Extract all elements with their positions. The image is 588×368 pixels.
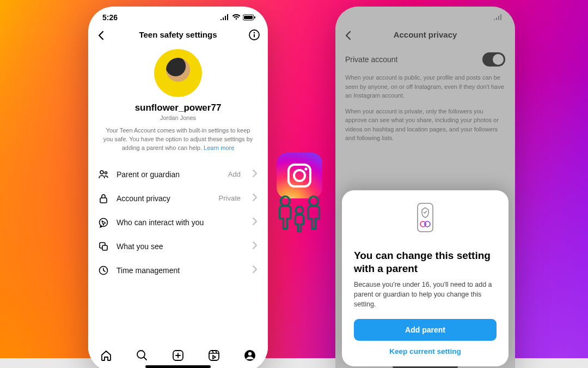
sheet-body: Because you're under 16, you'll need to … [354,280,497,309]
phone-account-privacy: Account privacy Private account When you… [335,7,515,368]
tab-bar [88,337,268,368]
chevron-right-icon [252,193,258,204]
svg-point-6 [100,171,103,174]
chevron-right-icon [252,169,258,180]
clock-icon [98,265,109,276]
home-indicator [145,365,211,368]
overlap-icon [98,241,109,252]
svg-point-4 [254,32,255,34]
chevron-right-icon [252,241,258,252]
learn-more-link[interactable]: Learn more [204,144,234,151]
battery-icon [243,14,256,21]
plus-square-icon [171,349,185,362]
row-who-can-interact[interactable]: Who can interact with you [88,210,268,234]
svg-rect-15 [209,351,219,360]
svg-rect-1 [244,16,253,19]
chevron-right-icon [252,265,258,276]
svg-point-7 [105,172,107,174]
row-what-you-see[interactable]: What you see [88,234,268,258]
wifi-icon [232,14,241,21]
keep-current-button[interactable]: Keep current setting [354,347,497,355]
phone-teen-safety: 5:26 Teen safety settings sunflower_powe… [88,7,268,368]
settings-list: Parent or guardian Add Account privacy P… [88,162,268,282]
username: sunflower_power77 [102,102,254,113]
row-label: Parent or guardian [117,170,220,179]
navbar: Teen safety settings [88,23,268,46]
row-value: Add [228,170,241,178]
profile-icon [243,349,256,362]
row-account-privacy[interactable]: Account privacy Private [88,186,268,210]
info-button[interactable] [246,27,262,45]
row-label: Account privacy [117,194,211,203]
row-parent-guardian[interactable]: Parent or guardian Add [88,162,268,186]
people-icon [98,169,109,180]
profile-section: sunflower_power77 Jordan Jones Your Teen… [88,46,268,155]
realname: Jordan Jones [102,114,254,121]
tab-reels[interactable] [207,348,221,363]
row-label: What you see [117,242,241,251]
status-bar: 5:26 [88,7,268,23]
svg-point-17 [248,352,252,355]
lock-icon [98,193,109,204]
tab-create[interactable] [171,348,185,363]
page-title: Teen safety settings [139,30,217,39]
status-time: 5:26 [102,13,118,22]
account-blurb: Your Teen Account comes with built-in se… [102,126,254,153]
sheet-title: You can change this setting with a paren… [354,249,497,275]
tab-profile[interactable] [243,348,257,363]
svg-rect-8 [100,198,107,203]
add-parent-button[interactable]: Add parent [354,319,497,341]
avatar [154,49,202,97]
info-icon [248,29,260,41]
search-icon [136,349,149,362]
chat-icon [98,217,109,228]
back-button[interactable] [94,28,109,45]
reels-icon [207,349,220,362]
sheet-illustration [354,202,497,242]
row-time-management[interactable]: Time management [88,258,268,282]
row-label: Who can interact with you [117,218,241,227]
svg-rect-2 [254,16,255,19]
row-label: Time management [117,266,241,275]
svg-rect-5 [254,34,255,38]
signal-icon [220,14,230,21]
parent-required-sheet: You can change this setting with a paren… [342,190,509,366]
chevron-left-icon [96,30,107,41]
tab-search[interactable] [135,348,149,363]
chevron-right-icon [252,217,258,228]
row-value: Private [219,194,241,202]
tab-home[interactable] [99,348,113,363]
svg-rect-11 [102,245,107,250]
home-icon [100,349,113,362]
